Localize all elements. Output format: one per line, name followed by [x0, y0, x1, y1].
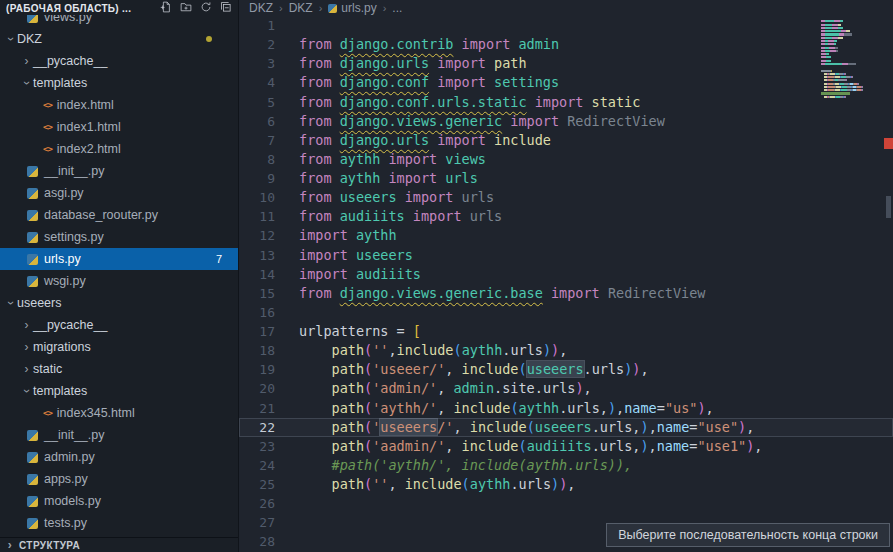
- minimap-line: [821, 60, 883, 62]
- code-line-22[interactable]: 22 path('useeers/', include(useeers.urls…: [239, 418, 893, 437]
- tree-item-label: __pycache__: [33, 54, 107, 68]
- line-number: 15: [239, 284, 275, 303]
- tree-item-asgi-py[interactable]: asgi.py: [0, 182, 238, 204]
- new-folder-icon[interactable]: [180, 0, 192, 17]
- code-line-16[interactable]: 16: [239, 303, 893, 322]
- tree-item-models-py[interactable]: models.py: [0, 490, 238, 512]
- code-line-1[interactable]: 1: [239, 16, 893, 35]
- py-file-icon: [27, 210, 38, 221]
- tree-item-index345-html[interactable]: <>index345.html: [0, 402, 238, 424]
- sidebar: (РАБОЧАЯ ОБЛАСТЬ) ... views.py›DKZ›__pyc…: [0, 0, 239, 552]
- breadcrumb-label: ...: [392, 1, 402, 15]
- tree-item-label: templates: [33, 384, 87, 398]
- py-file-icon: [27, 518, 38, 529]
- minimap-line: [821, 79, 883, 81]
- line-number: 16: [239, 303, 275, 322]
- breadcrumb: DKZ›DKZ›urls.py›...: [239, 0, 893, 16]
- tree-item-index2-html[interactable]: <>index2.html: [0, 138, 238, 160]
- tree-item-tests-py[interactable]: tests.py: [0, 512, 238, 534]
- breadcrumb-item[interactable]: ...: [392, 1, 402, 15]
- breadcrumb-item[interactable]: urls.py: [328, 1, 376, 15]
- tree-item-label: index1.html: [57, 120, 121, 134]
- refresh-icon[interactable]: [200, 0, 212, 17]
- tree-item-wsgi-py[interactable]: wsgi.py: [0, 270, 238, 292]
- tree-item--init-py[interactable]: __init__.py: [0, 424, 238, 446]
- code-line-17[interactable]: 17urlpatterns = [: [239, 322, 893, 341]
- tree-item-templates[interactable]: ›templates: [0, 380, 238, 402]
- tree-item-dkz[interactable]: ›DKZ: [0, 28, 238, 50]
- code-line-7[interactable]: 7from django.urls import include: [239, 131, 893, 150]
- line-content: from django.urls import path: [275, 54, 893, 73]
- tree-item-database-roouter-py[interactable]: database_roouter.py: [0, 204, 238, 226]
- explorer-header: (РАБОЧАЯ ОБЛАСТЬ) ...: [0, 0, 238, 15]
- breadcrumb-item[interactable]: DKZ: [249, 1, 273, 15]
- tree-item-apps-py[interactable]: apps.py: [0, 468, 238, 490]
- tree-item-useeers[interactable]: ›useeers: [0, 292, 238, 314]
- tree-item--pycache-[interactable]: ›__pycache__: [0, 314, 238, 336]
- code-line-19[interactable]: 19 path('useeer/', include(useeers.urls)…: [239, 360, 893, 379]
- overview-ruler[interactable]: [884, 0, 893, 552]
- code-line-13[interactable]: 13import useeers: [239, 246, 893, 265]
- code-line-12[interactable]: 12import aythh: [239, 226, 893, 245]
- code-line-24[interactable]: 24 #path('aythh/', include(aythh.urls)),: [239, 456, 893, 475]
- chevron-right-icon: ›: [20, 341, 33, 353]
- tree-item-index1-html[interactable]: <>index1.html: [0, 116, 238, 138]
- py-file-icon: [328, 4, 337, 13]
- editor: DKZ›DKZ›urls.py›... 12from django.contri…: [239, 0, 893, 552]
- line-number: 5: [239, 93, 275, 112]
- code-line-21[interactable]: 21 path('aythh/', include(aythh.urls,),n…: [239, 399, 893, 418]
- code-line-20[interactable]: 20 path('admin/', admin.site.urls),: [239, 379, 893, 398]
- code-line-2[interactable]: 2from django.contrib import admin: [239, 35, 893, 54]
- minimap[interactable]: [821, 17, 883, 109]
- tree-item-static[interactable]: ›static: [0, 358, 238, 380]
- line-content: path('useeers/', include(useeers.urls,),…: [275, 418, 893, 437]
- tree-item-templates[interactable]: ›templates: [0, 72, 238, 94]
- line-number: 8: [239, 150, 275, 169]
- tree-item-label: wsgi.py: [44, 274, 86, 288]
- tree-item-migrations[interactable]: ›migrations: [0, 336, 238, 358]
- tree-item-admin-py[interactable]: admin.py: [0, 446, 238, 468]
- outline-section-header[interactable]: › СТРУКТУРА: [0, 537, 238, 552]
- eol-tooltip: Выберите последовательность конца строки: [606, 523, 890, 547]
- scrollbar-thumb[interactable]: [886, 196, 891, 218]
- py-file-icon: [27, 496, 38, 507]
- tree-item--init-py[interactable]: __init__.py: [0, 160, 238, 182]
- py-file-icon: [27, 188, 38, 199]
- code-line-23[interactable]: 23 path('aadmin/', include(audiiits.urls…: [239, 437, 893, 456]
- chevron-right-icon: ›: [5, 539, 15, 551]
- tree-item-label: index345.html: [57, 406, 135, 420]
- code-line-9[interactable]: 9from aythh import urls: [239, 169, 893, 188]
- line-content: [275, 303, 893, 322]
- tree-item-label: __init__.py: [44, 164, 104, 178]
- code-line-3[interactable]: 3from django.urls import path: [239, 54, 893, 73]
- line-content: from useeers import urls: [275, 188, 893, 207]
- collapse-all-icon[interactable]: [220, 0, 232, 17]
- line-number: 10: [239, 188, 275, 207]
- minimap-line: [821, 47, 883, 49]
- breadcrumb-separator: ›: [279, 2, 283, 14]
- tree-item--pycache-[interactable]: ›__pycache__: [0, 50, 238, 72]
- tree-item-urls-py[interactable]: urls.py7: [0, 248, 238, 270]
- code-line-14[interactable]: 14import audiiits: [239, 265, 893, 284]
- line-content: path('aythh/', include(aythh.urls,),name…: [275, 399, 893, 418]
- tree-item-settings-py[interactable]: settings.py: [0, 226, 238, 248]
- code-line-11[interactable]: 11from audiiits import urls: [239, 207, 893, 226]
- code-line-8[interactable]: 8from aythh import views: [239, 150, 893, 169]
- code-line-18[interactable]: 18 path('',include(aythh.urls)),: [239, 341, 893, 360]
- code-line-5[interactable]: 5from django.conf.urls.static import sta…: [239, 93, 893, 112]
- code-line-4[interactable]: 4from django.conf import settings: [239, 73, 893, 92]
- code-line-26[interactable]: 26: [239, 494, 893, 513]
- code-line-15[interactable]: 15from django.views.generic.base import …: [239, 284, 893, 303]
- py-file-icon: [27, 276, 38, 287]
- code-area[interactable]: 12from django.contrib import admin3from …: [239, 16, 893, 552]
- line-number: 3: [239, 54, 275, 73]
- tree-item-label: urls.py: [44, 252, 81, 266]
- line-number: 19: [239, 360, 275, 379]
- tree-item-index-html[interactable]: <>index.html: [0, 94, 238, 116]
- code-line-6[interactable]: 6from django.views.generic import Redire…: [239, 112, 893, 131]
- line-content: path('aadmin/', include(audiiits.urls,),…: [275, 437, 893, 456]
- new-file-icon[interactable]: [160, 0, 172, 17]
- breadcrumb-item[interactable]: DKZ: [289, 1, 313, 15]
- code-line-25[interactable]: 25 path('', include(aythh.urls)),: [239, 475, 893, 494]
- code-line-10[interactable]: 10from useeers import urls: [239, 188, 893, 207]
